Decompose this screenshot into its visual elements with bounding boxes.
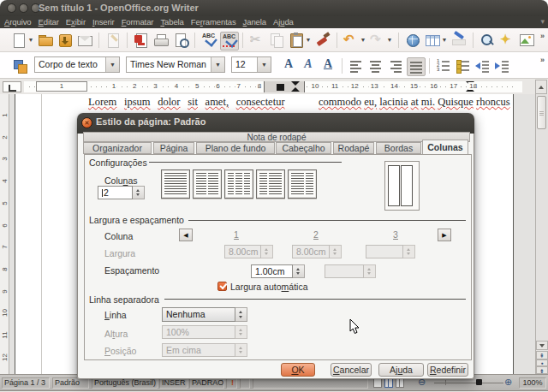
dialog-close-icon[interactable]: ✕	[81, 117, 92, 128]
paragraph-style-dropdown-icon[interactable]: ▼	[105, 57, 119, 72]
numbered-list-icon[interactable]: 123	[435, 57, 452, 74]
menu-ferramentas[interactable]: Ferramentas	[188, 16, 239, 28]
navigator-icon[interactable]: ✦	[498, 32, 515, 49]
decrease-indent-icon[interactable]	[474, 57, 491, 74]
zoom-in-icon[interactable]: ⊕	[504, 377, 512, 388]
line-style-combo[interactable]: Nenhuma	[162, 307, 247, 322]
font-name-dropdown-icon[interactable]: ▼	[211, 57, 224, 72]
tab-nota-de-rodape[interactable]: Nota de rodapé	[83, 132, 470, 142]
bullet-list-icon[interactable]	[455, 57, 472, 74]
single-page-view-icon[interactable]	[373, 378, 382, 388]
ok-button[interactable]: OK	[281, 363, 315, 377]
align-right-icon[interactable]	[387, 57, 404, 74]
menu-ajuda[interactable]: Ajuda	[271, 16, 296, 28]
previous-page-button[interactable]: ⇞	[536, 351, 548, 359]
hyperlink-icon[interactable]	[404, 32, 421, 49]
font-name-combo[interactable]: Times New Roman ▼	[126, 56, 225, 73]
vertical-scrollbar[interactable]: ⇞ ● ⇟	[535, 94, 548, 374]
new-document-icon[interactable]	[10, 32, 27, 49]
autowidth-checkbox[interactable]	[217, 282, 227, 291]
align-left-icon[interactable]	[348, 57, 365, 74]
dialog-titlebar[interactable]: ✕ Estilo da página: Padrão	[77, 113, 474, 134]
scrollbar-thumb[interactable]	[537, 96, 546, 129]
menu-editar[interactable]: Editar	[36, 16, 62, 28]
italic-icon[interactable]: A	[300, 57, 317, 74]
toolbar-formatting-overflow-icon[interactable]: »	[540, 56, 545, 64]
columns-preset-3[interactable]	[224, 169, 253, 199]
window-close-icon[interactable]	[7, 3, 16, 13]
undo-icon[interactable]: ↶	[342, 32, 360, 49]
tab-organizador[interactable]: Organizador	[83, 142, 152, 154]
justify-icon[interactable]	[407, 57, 426, 76]
menu-tabela[interactable]: Tabela	[158, 16, 186, 28]
align-center-icon[interactable]	[367, 57, 384, 74]
ruler-indent-marker-icon[interactable]	[291, 81, 300, 92]
tab-bordas[interactable]: Bordas	[376, 142, 421, 154]
zoom-slider-handle[interactable]	[476, 379, 482, 385]
next-page-button[interactable]: ⇟	[536, 366, 548, 374]
styles-icon[interactable]	[11, 57, 28, 74]
increase-indent-icon[interactable]	[494, 57, 511, 74]
autospellcheck-icon[interactable]: ABC	[220, 32, 239, 50]
navigation-button[interactable]: ●	[536, 359, 548, 366]
paste-dropdown-icon[interactable]: ▼	[305, 32, 312, 49]
tab-plano-de-fundo[interactable]: Plano de fundo	[196, 142, 275, 154]
cancel-button[interactable]: Cancelar	[331, 363, 372, 377]
scroll-down-button[interactable]	[536, 341, 548, 350]
table-dropdown-icon[interactable]: ▼	[441, 32, 448, 49]
table-icon[interactable]	[424, 32, 441, 49]
menu-arquivo[interactable]: Arquivo	[2, 16, 34, 28]
export-pdf-icon[interactable]	[133, 32, 150, 49]
tab-cabec-alho[interactable]: Cabeçalho	[276, 142, 331, 154]
book-view-icon[interactable]	[396, 378, 404, 388]
paste-icon[interactable]	[288, 32, 305, 49]
find-replace-icon[interactable]	[479, 32, 496, 49]
new-document-dropdown-icon[interactable]: ▼	[27, 32, 34, 49]
window-minimize-icon[interactable]	[19, 3, 28, 13]
columns-preset-1[interactable]	[161, 169, 190, 199]
scroll-up-button[interactable]	[535, 80, 547, 94]
help-button[interactable]: Ajuda	[378, 363, 424, 377]
document-text-left-column[interactable]: Lorem ipsum dolor sit amet, consectetur	[88, 96, 293, 109]
columns-preset-2[interactable]	[193, 169, 222, 199]
menu-formatar[interactable]: Formatar	[119, 16, 157, 28]
menu-inserir[interactable]: Inserir	[90, 16, 117, 28]
open-icon[interactable]	[37, 32, 54, 49]
save-icon[interactable]	[57, 32, 74, 49]
window-titlebar[interactable]: Sem título 1 - OpenOffice.org Writer	[0, 0, 548, 16]
document-text-right-column[interactable]: commodo eu, lacinia at mi. Quisque rhonc…	[319, 96, 510, 109]
columns-spinner[interactable]: 2	[98, 186, 145, 199]
undo-dropdown-icon[interactable]: ▼	[360, 32, 366, 49]
font-size-dropdown-icon[interactable]: ▼	[257, 57, 271, 72]
spacing-spinner-1[interactable]: 1.00cm	[251, 264, 305, 278]
multi-page-view-icon[interactable]	[384, 378, 393, 388]
paragraph-style-combo[interactable]: Corpo de texto ▼	[34, 56, 120, 73]
tab-colunas[interactable]: Colunas	[422, 140, 468, 154]
gallery-icon[interactable]	[518, 32, 535, 49]
tab-rodape-[interactable]: Rodapé	[333, 142, 374, 154]
redo-dropdown-icon[interactable]: ▼	[386, 32, 393, 49]
font-size-combo[interactable]: 12 ▼	[231, 56, 271, 73]
tab-stop-selector[interactable]	[3, 81, 21, 92]
tab-pa-gina[interactable]: Página	[153, 142, 194, 154]
vertical-ruler[interactable]: 123456789101112	[0, 94, 9, 374]
bold-icon[interactable]: A	[280, 57, 297, 74]
page-preview-icon[interactable]	[172, 32, 189, 49]
ruler-column-marker[interactable]	[277, 84, 284, 91]
print-icon[interactable]	[152, 32, 170, 49]
toolbar-standard-overflow-icon[interactable]: »	[540, 32, 545, 40]
menu-exibir[interactable]: Exibir	[63, 16, 88, 28]
horizontal-ruler[interactable]: 1 12345678101112131415161718	[24, 81, 522, 92]
menubar-overflow-icon[interactable]: ▾	[541, 17, 545, 26]
underline-icon[interactable]: A	[319, 57, 337, 74]
status-zoom[interactable]: 100%	[519, 377, 546, 389]
spellcheck-icon[interactable]: ABC	[200, 32, 217, 49]
format-paintbrush-icon[interactable]	[314, 32, 331, 49]
menu-janela[interactable]: Janela	[241, 16, 269, 28]
draw-functions-icon[interactable]	[450, 32, 468, 49]
column-prev-icon[interactable]: ◀	[179, 229, 193, 241]
columns-preset-5[interactable]	[288, 169, 317, 199]
columns-preset-4[interactable]	[256, 169, 285, 199]
email-icon[interactable]	[76, 32, 93, 49]
column-next-icon[interactable]: ▶	[438, 229, 451, 241]
